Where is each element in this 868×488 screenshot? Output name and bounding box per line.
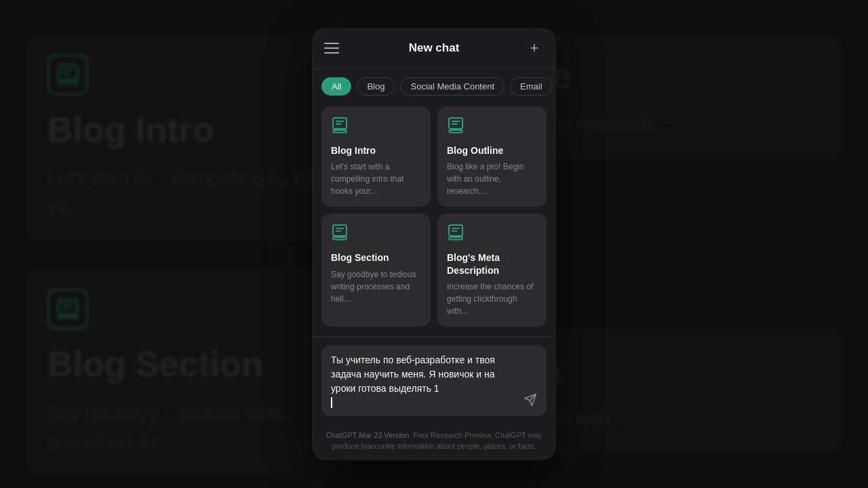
card-title-blog-outline: Blog Outline: [447, 144, 537, 157]
card-desc-blog-meta: Increase the chances of getting clickthr…: [447, 281, 537, 317]
filter-social-media-content[interactable]: Social Media Content: [400, 77, 505, 96]
card-icon-blog-intro: [331, 116, 353, 138]
new-chat-button[interactable]: +: [525, 39, 544, 58]
card-blog-meta[interactable]: Blog's Meta Description Increase the cha…: [437, 214, 547, 326]
svg-rect-17: [333, 237, 347, 240]
svg-rect-21: [449, 237, 462, 240]
filter-email[interactable]: Email: [510, 77, 553, 96]
card-blog-section[interactable]: Blog Section Say goodbye to tedious writ…: [321, 214, 431, 326]
svg-rect-5: [58, 316, 77, 319]
send-button[interactable]: [521, 390, 540, 409]
card-icon-blog-outline: [447, 116, 469, 138]
svg-rect-9: [333, 130, 347, 133]
card-title-blog-section: Blog Section: [331, 251, 421, 264]
filter-all[interactable]: All: [321, 77, 351, 96]
svg-rect-4: [58, 300, 77, 314]
text-cursor: [331, 397, 332, 408]
svg-rect-20: [449, 225, 462, 236]
input-area: Ты учитель по веб-разработке и твоя зада…: [312, 336, 556, 424]
card-title-blog-intro: Blog Intro: [331, 144, 421, 157]
card-title-blog-meta: Blog's Meta Description: [447, 251, 537, 276]
card-icon-blog-meta: [447, 223, 469, 245]
card-desc-blog-intro: Let's start with a compelling intro that…: [331, 161, 421, 197]
card-desc-blog-outline: Blog like a pro! Begin with an outline, …: [447, 161, 537, 197]
cards-grid: Blog Intro Let's start with a compelling…: [312, 104, 556, 336]
card-icon-blog-section: [331, 223, 353, 245]
svg-rect-0: [58, 65, 77, 80]
message-input-text[interactable]: Ты учитель по веб-разработке и твоя зада…: [331, 353, 519, 396]
svg-rect-16: [333, 225, 347, 236]
card-desc-blog-section: Say goodbye to tedious writing processes…: [331, 268, 421, 305]
modal-header: New chat +: [312, 28, 556, 69]
menu-button[interactable]: [324, 39, 343, 58]
filter-bar: AllBlogSocial Media ContentEmailFun: [312, 69, 556, 104]
filter-blog[interactable]: Blog: [357, 77, 395, 96]
disclaimer: ChatGPT Mar 23 Version. Free Research Pr…: [312, 424, 556, 460]
svg-rect-8: [333, 118, 347, 129]
svg-rect-1: [58, 81, 77, 84]
card-blog-intro[interactable]: Blog Intro Let's start with a compelling…: [321, 106, 431, 207]
card-blog-outline[interactable]: Blog Outline Blog like a pro! Begin with…: [437, 106, 547, 207]
svg-rect-12: [449, 118, 462, 129]
svg-rect-13: [449, 130, 462, 133]
chatgpt-version-link[interactable]: ChatGPT Mar 23 Version: [326, 431, 410, 439]
message-input-box: Ты учитель по веб-разработке и твоя зада…: [321, 345, 547, 416]
new-chat-modal: New chat + AllBlogSocial Media ContentEm…: [312, 28, 556, 460]
modal-title: New chat: [409, 41, 460, 55]
